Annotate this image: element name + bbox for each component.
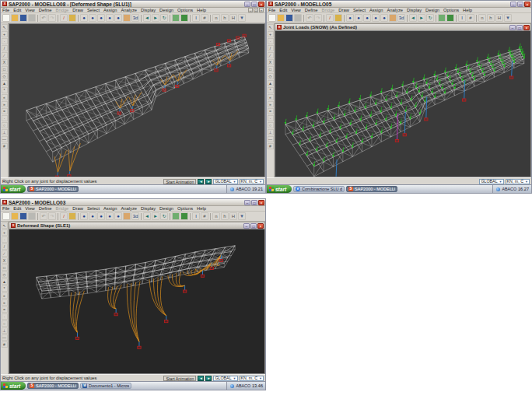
tray-app-icon[interactable]: [496, 187, 500, 191]
snap-intersections-icon[interactable]: ○: [268, 122, 274, 128]
draw-poly-area-icon[interactable]: ◇: [2, 73, 8, 79]
menu-select[interactable]: Select: [87, 206, 100, 212]
prev-elevation-icon[interactable]: ◄: [143, 212, 151, 220]
lock-model-icon[interactable]: [68, 14, 76, 22]
menu-view[interactable]: View: [25, 8, 34, 13]
rubber-band-zoom-icon[interactable]: ●: [80, 212, 88, 220]
next-elevation-icon[interactable]: ►: [152, 14, 159, 22]
menu-file[interactable]: File: [2, 206, 9, 212]
start-animation-button[interactable]: Start Animation: [163, 179, 196, 184]
close-button[interactable]: ×: [258, 2, 264, 7]
snap-perpendicular-icon[interactable]: ⊥: [2, 327, 8, 334]
select-all-icon[interactable]: *: [2, 87, 8, 93]
prev-elevation-icon[interactable]: ◄: [143, 14, 151, 22]
menu-edit[interactable]: Edit: [13, 206, 21, 212]
more-tools-dropdown-icon[interactable]: ▼: [238, 14, 246, 22]
print-icon[interactable]: [28, 212, 36, 220]
child-minimize-button[interactable]: –: [509, 25, 516, 30]
zoom-in-icon[interactable]: ●: [106, 212, 114, 220]
snap-intersections-icon[interactable]: ○: [2, 320, 8, 327]
child-minimize-button[interactable]: –: [243, 223, 250, 229]
taskbar-item[interactable]: WDocumento1 - Micros...: [80, 383, 131, 389]
menu-options[interactable]: Options: [443, 8, 459, 13]
quick-draw-frame-icon[interactable]: ∕: [2, 52, 8, 58]
rubber-band-zoom-icon[interactable]: ●: [80, 14, 88, 22]
zoom-in-icon[interactable]: ●: [106, 14, 114, 22]
close-button[interactable]: ×: [524, 2, 530, 7]
menu-help[interactable]: Help: [197, 8, 206, 13]
show-undeformed-icon[interactable]: [446, 14, 454, 22]
menu-file[interactable]: File: [268, 8, 275, 13]
select-reshape-icon[interactable]: +: [2, 31, 8, 37]
show-undeformed-icon[interactable]: [180, 14, 188, 22]
snap-grid-icon[interactable]: #: [268, 143, 274, 149]
select-reshape-icon[interactable]: +: [2, 229, 8, 236]
menu-options[interactable]: Options: [177, 8, 193, 13]
next-frame-button[interactable]: ►: [205, 179, 212, 184]
more-tools-dropdown-icon[interactable]: ▼: [238, 212, 246, 220]
start-animation-button[interactable]: Start Animation: [163, 376, 196, 381]
snap-lines-icon[interactable]: —: [268, 136, 274, 142]
previous-zoom-icon[interactable]: ●: [363, 14, 371, 22]
quick-draw-area-icon[interactable]: ▲: [2, 80, 8, 86]
quick-draw-frame-icon[interactable]: ∕: [268, 52, 274, 58]
object-shrink-icon[interactable]: [438, 14, 446, 22]
open-file-icon[interactable]: [277, 14, 285, 22]
save-file-icon[interactable]: [285, 14, 293, 22]
menu-draw[interactable]: Draw: [338, 8, 349, 13]
reshape-icon[interactable]: /: [326, 14, 334, 22]
menu-edit[interactable]: Edit: [13, 8, 21, 13]
joint-loads-3d-view[interactable]: [275, 30, 531, 177]
quick-brace-icon[interactable]: h: [221, 212, 229, 220]
menu-assign[interactable]: Assign: [103, 206, 117, 212]
taskbar-item[interactable]: SSAP2000 - MODELLO5: [346, 186, 397, 192]
new-model-icon[interactable]: [268, 14, 276, 22]
snap-perpendicular-icon[interactable]: ⊥: [268, 129, 274, 135]
restore-full-view-icon[interactable]: ●: [89, 14, 96, 22]
draw-quad-area-icon[interactable]: □: [2, 264, 8, 271]
coordinate-system-select[interactable]: GLOBAL ▼: [213, 179, 237, 184]
prev-frame-button[interactable]: ◄: [198, 179, 204, 184]
minimize-button[interactable]: –: [244, 200, 250, 205]
draw-poly-area-icon[interactable]: ◇: [2, 271, 8, 278]
menu-edit[interactable]: Edit: [279, 8, 287, 13]
menu-assign[interactable]: Assign: [103, 8, 117, 13]
menu-view[interactable]: View: [25, 206, 34, 212]
minimize-button[interactable]: –: [510, 2, 516, 7]
print-icon[interactable]: [294, 14, 302, 22]
quick-truss-icon[interactable]: H: [229, 212, 237, 220]
deformed-shape-3d-view[interactable]: [9, 23, 265, 177]
pan-icon[interactable]: [123, 212, 131, 220]
draw-joint-icon[interactable]: ·: [268, 38, 274, 44]
select-pointer-icon[interactable]: ↖: [268, 24, 274, 30]
taskbar-item[interactable]: SSAP2000 - MODELLO...: [27, 186, 79, 192]
lock-model-icon[interactable]: [334, 14, 342, 22]
quick-draw-brace-icon[interactable]: X: [2, 59, 8, 65]
frame-section-icon[interactable]: I: [192, 212, 200, 220]
quick-draw-area-icon[interactable]: ▲: [268, 80, 274, 86]
pan-icon[interactable]: [123, 14, 131, 22]
units-select[interactable]: KN, m, C ▼: [506, 179, 530, 184]
deformed-shape-3d-view[interactable]: [9, 229, 265, 374]
coordinate-system-select[interactable]: GLOBAL ▼: [213, 376, 237, 381]
quick-draw-brace-icon[interactable]: X: [268, 59, 274, 65]
menu-display[interactable]: Display: [407, 8, 422, 13]
display-options-icon[interactable]: #: [467, 14, 474, 22]
snap-joints-icon[interactable]: =: [2, 108, 8, 114]
child-restore-button[interactable]: □: [254, 8, 258, 12]
undo-icon[interactable]: ↶: [40, 14, 47, 22]
reshape-icon[interactable]: /: [60, 14, 68, 22]
zoom-out-icon[interactable]: ●: [114, 212, 122, 220]
clear-selection-icon[interactable]: »: [2, 299, 8, 306]
draw-frame-icon[interactable]: /: [2, 243, 8, 250]
zoom-in-icon[interactable]: ●: [372, 14, 380, 22]
snap-midpoints-icon[interactable]: ·: [268, 115, 274, 121]
select-all-icon[interactable]: *: [2, 285, 8, 292]
menu-define[interactable]: Define: [39, 206, 52, 212]
restore-button[interactable]: □: [251, 200, 257, 205]
redo-icon[interactable]: ↷: [48, 212, 56, 220]
child-window-title-bar[interactable]: X Deformed Shape (SLE1) – □ ×: [9, 222, 265, 229]
rubber-band-zoom-icon[interactable]: ●: [346, 14, 354, 22]
select-reshape-icon[interactable]: +: [268, 31, 274, 37]
save-file-icon[interactable]: [19, 212, 27, 220]
